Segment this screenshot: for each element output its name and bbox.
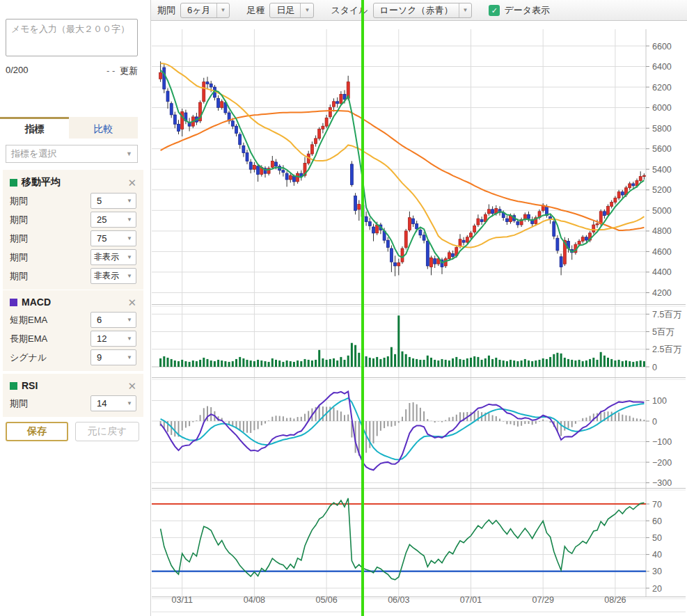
- svg-text:70: 70: [652, 500, 662, 510]
- panel-macd: MACD ✕ 短期EMA 6 ▼ 長期EMA 12 ▼ シグナル: [3, 290, 143, 371]
- period-label: 期間: [157, 4, 175, 17]
- memo-meta: 0/200 - - 更新: [6, 65, 138, 77]
- svg-text:5200: 5200: [652, 185, 672, 195]
- data-display-checkbox[interactable]: ✓: [489, 5, 500, 16]
- ma-color-chip: [10, 179, 17, 187]
- data-display-label: データ表示: [504, 4, 550, 17]
- macd-signal-value: 9: [97, 352, 102, 363]
- save-button[interactable]: 保存: [6, 422, 68, 441]
- svg-text:−200: −200: [652, 458, 672, 468]
- ma-period4-select[interactable]: 非表示 ▼: [90, 249, 136, 265]
- chart-canvas[interactable]: 6600640062006000580056005400520050004800…: [152, 21, 687, 616]
- reset-button[interactable]: 元に戻す: [75, 422, 139, 441]
- macd-slow-select[interactable]: 12 ▼: [90, 331, 136, 347]
- macd-fast-label: 短期EMA: [10, 314, 47, 326]
- app-window: 0/200 - - 更新 指標 比較 指標を選択 ▼ 移動平均 ✕ 期間: [0, 0, 687, 616]
- memo-update-dashes: - -: [106, 65, 115, 76]
- svg-text:4200: 4200: [652, 288, 672, 298]
- macd-lines: [161, 391, 645, 470]
- svg-text:−100: −100: [652, 437, 672, 447]
- crosshair-line[interactable]: [361, 0, 364, 616]
- macd-color-chip: [10, 299, 17, 306]
- svg-text:50: 50: [652, 533, 662, 543]
- period-value: 6ヶ月: [187, 4, 211, 17]
- bar-type-value: 日足: [276, 4, 294, 17]
- macd-slow-value: 12: [97, 333, 106, 344]
- chevron-down-icon: ▼: [127, 335, 132, 342]
- volume-bars: [159, 315, 645, 367]
- svg-text:7.5百万: 7.5百万: [652, 310, 681, 319]
- ma-panel-title: 移動平均: [22, 176, 61, 189]
- ma-period5-value: 非表示: [94, 270, 119, 282]
- sidebar: 0/200 - - 更新 指標 比較 指標を選択 ▼ 移動平均 ✕ 期間: [0, 0, 151, 616]
- axis-labels: 6600640062006000580056005400520050004800…: [172, 42, 682, 606]
- svg-text:06/03: 06/03: [388, 595, 409, 605]
- svg-text:05/06: 05/06: [315, 595, 337, 605]
- tab-compare[interactable]: 比較: [69, 117, 138, 139]
- svg-text:5400: 5400: [652, 165, 672, 175]
- macd-panel-title: MACD: [22, 297, 51, 308]
- ma-period2-value: 25: [97, 214, 106, 225]
- chevron-down-icon: ▼: [127, 235, 132, 242]
- close-icon[interactable]: ✕: [127, 177, 136, 188]
- rsi-period-label: 期間: [10, 397, 28, 410]
- chevron-down-icon: ▼: [216, 3, 230, 17]
- indicator-select[interactable]: 指標を選択 ▼: [6, 145, 138, 163]
- chart-svg[interactable]: 6600640062006000580056005400520050004800…: [152, 21, 687, 616]
- bar-type-label: 足種: [246, 4, 264, 17]
- macd-fast-value: 6: [97, 315, 102, 325]
- svg-text:0: 0: [652, 417, 657, 427]
- macd-slow-label: 長期EMA: [10, 333, 47, 345]
- ma-period1-select[interactable]: 5 ▼: [90, 193, 136, 209]
- svg-text:4400: 4400: [652, 267, 672, 277]
- sidebar-buttons: 保存 元に戻す: [6, 422, 139, 441]
- svg-text:20: 20: [652, 584, 662, 594]
- period-select[interactable]: 6ヶ月 ▼: [180, 3, 230, 18]
- svg-text:5000: 5000: [652, 206, 672, 216]
- ma-period3-select[interactable]: 75 ▼: [90, 230, 136, 246]
- chevron-down-icon: ▼: [459, 3, 472, 17]
- rsi-period-value: 14: [97, 398, 106, 409]
- style-select[interactable]: ローソク（赤青） ▼: [373, 3, 473, 18]
- ma-period3-value: 75: [97, 233, 106, 244]
- ma-period4-label: 期間: [10, 251, 28, 264]
- moving-averages: [161, 63, 645, 262]
- ma-period4-value: 非表示: [94, 251, 119, 263]
- rsi-color-chip: [10, 382, 17, 390]
- svg-text:−300: −300: [652, 478, 672, 488]
- ma-period1-label: 期間: [10, 195, 28, 207]
- chevron-down-icon: ▼: [300, 3, 313, 17]
- macd-fast-select[interactable]: 6 ▼: [90, 312, 136, 328]
- memo-update-button[interactable]: - - 更新: [106, 65, 138, 77]
- chevron-down-icon: ▼: [127, 273, 132, 279]
- sidebar-tabs: 指標 比較: [0, 117, 138, 139]
- ma-period3-label: 期間: [10, 232, 28, 245]
- svg-text:0: 0: [652, 363, 657, 372]
- svg-text:100: 100: [652, 396, 667, 406]
- rsi-period-select[interactable]: 14 ▼: [90, 395, 136, 411]
- svg-text:6000: 6000: [652, 103, 672, 113]
- close-icon[interactable]: ✕: [127, 381, 136, 391]
- svg-text:40: 40: [652, 550, 662, 560]
- close-icon[interactable]: ✕: [127, 297, 136, 308]
- svg-text:5800: 5800: [652, 124, 672, 134]
- memo-counter: 0/200: [6, 65, 29, 77]
- chart-toolbar: 期間 6ヶ月 ▼ 足種 日足 ▼ スタイル ローソク（赤青） ▼ ✓ データ表示: [151, 0, 687, 21]
- tab-indicators[interactable]: 指標: [0, 117, 69, 139]
- ma-period5-select[interactable]: 非表示 ▼: [90, 268, 136, 284]
- macd-histogram: [161, 402, 645, 456]
- svg-text:4600: 4600: [652, 247, 672, 257]
- ma-period1-value: 5: [97, 196, 102, 206]
- ma-period2-select[interactable]: 25 ▼: [90, 212, 136, 228]
- svg-text:2.5百万: 2.5百万: [652, 345, 681, 354]
- svg-text:6600: 6600: [652, 42, 672, 52]
- memo-input[interactable]: [6, 19, 138, 56]
- chevron-down-icon: ▼: [127, 354, 132, 361]
- svg-text:04/08: 04/08: [244, 595, 265, 605]
- svg-text:4800: 4800: [652, 226, 672, 236]
- svg-text:5百万: 5百万: [652, 327, 674, 337]
- indicator-select-placeholder: 指標を選択: [11, 148, 56, 160]
- svg-text:60: 60: [652, 516, 662, 526]
- bar-type-select[interactable]: 日足 ▼: [269, 3, 314, 18]
- macd-signal-select[interactable]: 9 ▼: [90, 349, 136, 365]
